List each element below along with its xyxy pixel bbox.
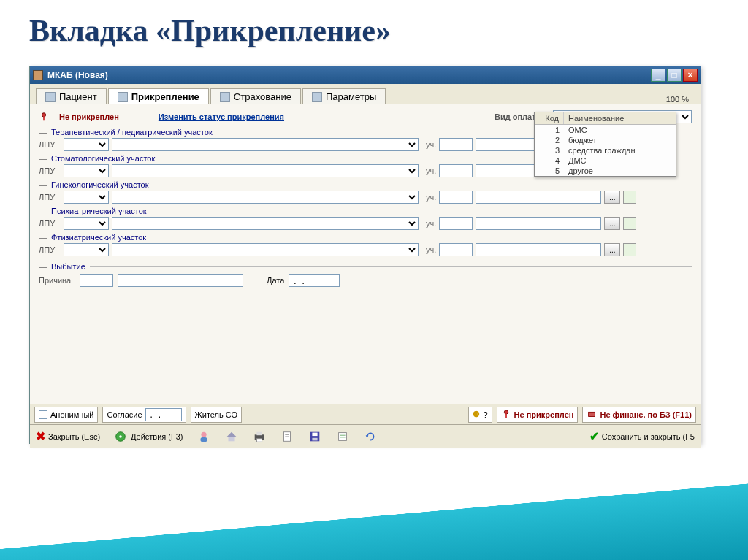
browse-button[interactable]: ...: [604, 217, 620, 230]
check-icon: ✔: [589, 429, 599, 443]
departure-date-input[interactable]: [289, 274, 340, 287]
reason-text-input[interactable]: [118, 274, 243, 287]
row-action-icon[interactable]: [623, 191, 636, 204]
tab-insurance[interactable]: Страхование: [210, 88, 301, 104]
app-window: МКАБ (Новая) _ □ × Пациент Прикрепление …: [29, 66, 701, 444]
browse-button[interactable]: ...: [604, 191, 620, 204]
app-icon: [33, 70, 43, 80]
help-label: ?: [483, 410, 487, 419]
svg-rect-8: [200, 437, 207, 441]
floppy-icon: [308, 429, 322, 444]
help-icon: ⚈: [473, 410, 480, 419]
uch-label: уч.: [426, 219, 436, 228]
option-code: 2: [535, 136, 564, 145]
doc-action[interactable]: [280, 429, 294, 444]
svg-rect-20: [338, 432, 346, 440]
actions-menu[interactable]: Действия (F3): [113, 429, 183, 444]
option-code: 5: [535, 166, 564, 175]
pin-icon: [39, 112, 49, 122]
tab-parameters[interactable]: Параметры: [302, 88, 386, 104]
save-close-action[interactable]: ✔Сохранить и закрыть (F5: [589, 429, 695, 443]
consent-group[interactable]: Согласие: [102, 407, 186, 423]
uch-label: уч.: [426, 193, 436, 202]
refresh-action[interactable]: [363, 429, 378, 444]
section-row: ЛПУуч....: [39, 217, 692, 230]
svg-rect-13: [256, 438, 262, 442]
lpu-code-select[interactable]: [64, 164, 109, 177]
home-icon: [224, 429, 239, 444]
uch-code-input[interactable]: [439, 217, 473, 230]
uch-name-input[interactable]: [476, 191, 601, 204]
uch-code-input[interactable]: [439, 138, 473, 151]
dropdown-option[interactable]: 2бюджет: [535, 135, 676, 145]
lpu-name-select[interactable]: [112, 217, 419, 230]
parameters-icon: [312, 92, 322, 102]
option-name: ДМС: [564, 156, 587, 165]
svg-rect-19: [312, 437, 317, 440]
user-action[interactable]: [196, 429, 211, 444]
lpu-code-select[interactable]: [64, 138, 109, 151]
gear-icon: [113, 429, 128, 444]
list-action[interactable]: [335, 429, 350, 444]
tab-attachment[interactable]: Прикрепление: [108, 88, 209, 104]
consent-label: Согласие: [107, 410, 142, 419]
window-buttons: _ □ ×: [651, 69, 698, 82]
anon-checkbox[interactable]: [39, 410, 47, 419]
row-action-icon[interactable]: [623, 217, 636, 230]
resident-group[interactable]: Житель СО: [191, 407, 242, 423]
option-code: 1: [535, 126, 564, 134]
dropdown-option[interactable]: 3средства граждан: [535, 145, 676, 156]
home-action[interactable]: [224, 429, 239, 444]
date-label: Дата: [267, 276, 284, 285]
option-name: ОМС: [564, 126, 587, 134]
form-area: Не прикреплен Изменить статус прикреплен…: [30, 104, 701, 404]
row-action-icon[interactable]: [623, 243, 636, 256]
printer-icon: [252, 429, 267, 444]
uch-name-input[interactable]: [476, 243, 601, 256]
maximize-button[interactable]: □: [667, 69, 682, 82]
help-group[interactable]: ⚈?: [468, 407, 492, 423]
close-action[interactable]: ✖Закрыть (Esc): [36, 429, 100, 443]
lpu-code-select[interactable]: [64, 191, 109, 204]
svg-rect-18: [312, 432, 317, 436]
departure-row: Причина Дата: [39, 274, 692, 287]
slide-decoration: [0, 458, 748, 560]
not-attached-label: Не прикреплен: [514, 410, 574, 419]
svg-rect-10: [228, 437, 234, 441]
lpu-name-select[interactable]: [112, 164, 419, 177]
dropdown-head-code: Код: [535, 112, 564, 124]
uch-name-input[interactable]: [476, 217, 601, 230]
close-action-label: Закрыть (Esc): [48, 432, 100, 441]
minimize-button[interactable]: _: [651, 69, 665, 82]
lpu-label: ЛПУ: [39, 193, 61, 202]
lpu-name-select[interactable]: [112, 138, 419, 151]
uch-code-input[interactable]: [439, 243, 473, 256]
uch-code-input[interactable]: [439, 191, 473, 204]
svg-marker-23: [365, 435, 368, 438]
save-disk-action[interactable]: [308, 429, 322, 444]
svg-rect-1: [43, 116, 45, 120]
close-x-icon: ✖: [36, 429, 45, 443]
lpu-code-select[interactable]: [64, 217, 109, 230]
consent-date[interactable]: [145, 408, 182, 421]
anon-group[interactable]: Анонимный: [34, 407, 98, 423]
uch-label: уч.: [426, 166, 436, 175]
tab-patient[interactable]: Пациент: [36, 88, 107, 104]
lpu-name-select[interactable]: [112, 243, 419, 256]
close-button[interactable]: ×: [683, 69, 698, 82]
uch-label: уч.: [426, 245, 436, 254]
dropdown-head-name: Наименование: [564, 112, 628, 124]
reason-code-input[interactable]: [80, 274, 113, 287]
change-status-link[interactable]: Изменить статус прикрепления: [159, 112, 284, 121]
print-action[interactable]: [252, 429, 267, 444]
dropdown-option[interactable]: 5другое: [535, 166, 676, 176]
uch-code-input[interactable]: [439, 164, 473, 177]
dropdown-header: Код Наименование: [535, 112, 676, 125]
lpu-code-select[interactable]: [64, 243, 109, 256]
not-attached-group[interactable]: Не прикреплен: [497, 407, 579, 423]
lpu-name-select[interactable]: [112, 191, 419, 204]
not-financed-group[interactable]: Не финанс. по БЗ (F11): [582, 407, 696, 423]
browse-button[interactable]: ...: [604, 243, 620, 256]
dropdown-option[interactable]: 4ДМС: [535, 156, 676, 166]
dropdown-option[interactable]: 1ОМС: [535, 125, 676, 135]
